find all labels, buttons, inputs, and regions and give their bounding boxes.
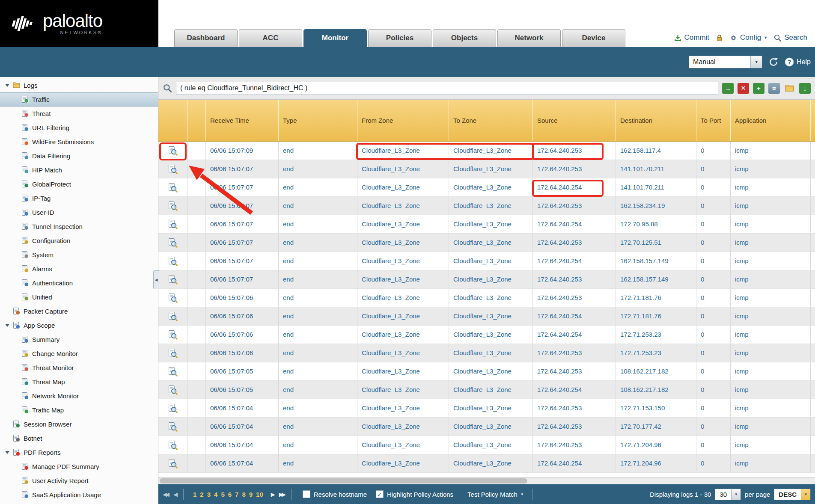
refresh-icon[interactable] [768,56,779,68]
source-cell[interactable]: 172.64.240.253 [532,160,616,178]
sidebar-item-change-monitor[interactable]: Change Monitor [0,347,158,361]
column-header-source[interactable]: Source [532,100,616,141]
destination-cell[interactable]: 172.70.95.88 [616,215,696,233]
to-port-cell[interactable]: 0 [696,454,730,472]
page-number-3[interactable]: 3 [206,491,212,498]
sidebar-item-configuration[interactable]: Configuration [0,234,158,248]
to-port-cell[interactable]: 0 [696,436,730,454]
type-cell[interactable]: end [278,178,357,196]
log-detail-icon[interactable] [158,362,187,380]
column-header-from-zone[interactable]: From Zone [357,100,449,141]
first-page-button[interactable]: ◀◀ [163,491,170,498]
test-policy-match-dropdown[interactable]: Test Policy Match ▼ [465,491,526,498]
to-port-cell[interactable]: 0 [696,160,730,178]
action-cell[interactable]: a [810,215,815,233]
action-cell[interactable]: a [810,160,815,178]
from-zone-cell[interactable]: Cloudflare_L3_Zone [357,289,449,307]
destination-cell[interactable]: 108.162.217.182 [616,362,696,380]
sort-order-select[interactable]: DESC ▼ [774,489,811,500]
column-header-a[interactable]: A [810,100,815,141]
from-zone-cell[interactable]: Cloudflare_L3_Zone [357,178,449,196]
application-cell[interactable]: icmp [730,326,810,344]
action-cell[interactable]: a [810,362,815,380]
type-cell[interactable]: end [278,436,357,454]
export-logs-icon[interactable]: ↓ [799,83,811,94]
prev-page-button[interactable]: ◀ [173,491,178,498]
from-zone-cell[interactable]: Cloudflare_L3_Zone [357,436,449,454]
sidebar-item-threat-monitor[interactable]: Threat Monitor [0,361,158,375]
application-cell[interactable]: icmp [730,142,810,160]
log-detail-icon[interactable] [158,307,187,325]
sidebar-item-ip-tag[interactable]: IP-Tag [0,191,158,205]
to-port-cell[interactable]: 0 [696,326,730,344]
action-cell[interactable]: a [810,344,815,362]
to-port-cell[interactable]: 0 [696,344,730,362]
to-port-cell[interactable]: 0 [696,234,730,252]
sidebar-item-user-id[interactable]: User-ID [0,205,158,219]
sidebar-item-tunnel-inspection[interactable]: Tunnel Inspection [0,219,158,234]
page-number-10[interactable]: 10 [255,491,265,498]
log-detail-icon[interactable] [158,252,187,270]
application-cell[interactable]: icmp [730,307,810,325]
column-header-application[interactable]: Application [730,100,810,141]
commit-button[interactable]: Commit [674,33,710,42]
search-button[interactable]: Search [773,33,807,42]
from-zone-cell[interactable]: Cloudflare_L3_Zone [357,197,449,215]
column-header-to-zone[interactable]: To Zone [449,100,532,141]
log-detail-icon[interactable] [158,289,187,307]
type-cell[interactable]: end [278,362,357,380]
log-row[interactable]: 06/06 15:07:04 end Cloudflare_L3_Zone Cl… [158,418,815,436]
log-detail-icon[interactable] [158,160,187,178]
type-cell[interactable]: end [278,381,357,399]
horizontal-scrollbar-thumb[interactable] [160,478,527,483]
destination-cell[interactable]: 172.71.204.96 [616,436,696,454]
destination-cell[interactable]: 172.71.181.76 [616,307,696,325]
log-row[interactable]: 06/06 15:07:07 end Cloudflare_L3_Zone Cl… [158,215,815,234]
destination-cell[interactable]: 172.70.125.51 [616,234,696,252]
source-cell[interactable]: 172.64.240.254 [532,307,616,325]
application-cell[interactable]: icmp [730,399,810,417]
last-page-button[interactable]: ▶▶ [279,491,286,498]
tab-dashboard[interactable]: Dashboard [174,29,238,47]
from-zone-cell[interactable]: Cloudflare_L3_Zone [357,142,449,160]
to-port-cell[interactable]: 0 [696,142,730,160]
highlight-policy-toggle[interactable]: ✓ Highlight Policy Actions [376,490,453,498]
from-zone-cell[interactable]: Cloudflare_L3_Zone [357,215,449,233]
to-port-cell[interactable]: 0 [696,307,730,325]
tab-policies[interactable]: Policies [368,29,431,47]
column-header-to-port[interactable]: To Port [696,100,730,141]
action-cell[interactable]: a [810,289,815,307]
from-zone-cell[interactable]: Cloudflare_L3_Zone [357,362,449,380]
action-cell[interactable]: a [810,142,815,160]
application-cell[interactable]: icmp [730,270,810,288]
source-cell[interactable]: 172.64.240.253 [532,289,616,307]
destination-cell[interactable]: 172.71.181.76 [616,289,696,307]
expander-icon[interactable] [5,84,9,87]
application-cell[interactable]: icmp [730,418,810,436]
destination-cell[interactable]: 162.158.157.149 [616,270,696,288]
to-zone-cell[interactable]: Cloudflare_L3_Zone [449,344,532,362]
log-row[interactable]: 06/06 15:07:07 end Cloudflare_L3_Zone Cl… [158,197,815,215]
from-zone-cell[interactable]: Cloudflare_L3_Zone [357,326,449,344]
to-port-cell[interactable]: 0 [696,178,730,196]
sidebar-item-authentication[interactable]: Authentication [0,276,158,290]
commit-mode-select[interactable]: Manual ▼ [689,56,762,68]
sidebar-item-pdf-reports[interactable]: PDF Reports [0,445,158,460]
config-dropdown[interactable]: Config ▼ [729,33,767,42]
sidebar-item-packet-capture[interactable]: Packet Capture [0,304,158,318]
action-cell[interactable]: a [810,418,815,436]
action-cell[interactable]: a [810,197,815,215]
log-row[interactable]: 06/06 15:07:05 end Cloudflare_L3_Zone Cl… [158,381,815,399]
to-port-cell[interactable]: 0 [696,362,730,380]
destination-cell[interactable]: 172.71.253.23 [616,326,696,344]
page-number-5[interactable]: 5 [220,491,226,498]
action-cell[interactable]: a [810,234,815,252]
source-cell[interactable]: 172.64.240.253 [532,362,616,380]
log-row[interactable]: 06/06 15:07:07 end Cloudflare_L3_Zone Cl… [158,160,815,178]
page-number-9[interactable]: 9 [248,491,254,498]
page-number-8[interactable]: 8 [241,491,247,498]
action-cell[interactable]: a [810,252,815,270]
type-cell[interactable]: end [278,234,357,252]
log-row[interactable]: 06/06 15:07:04 end Cloudflare_L3_Zone Cl… [158,454,815,473]
log-detail-icon[interactable] [158,142,187,160]
